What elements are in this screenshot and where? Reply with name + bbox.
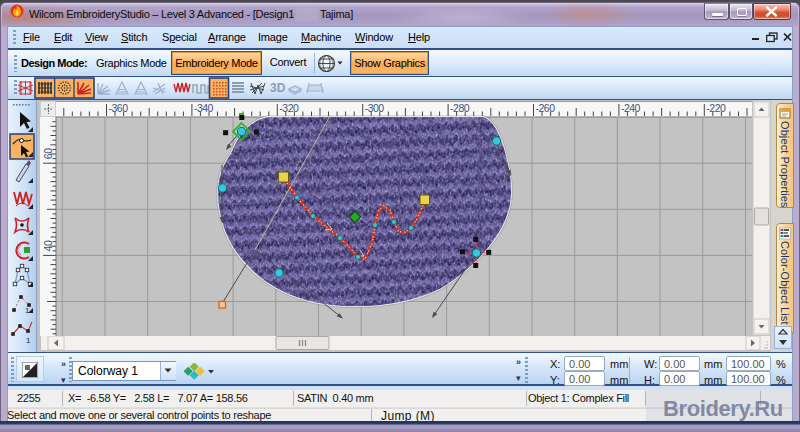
svg-text:-360: -360	[109, 102, 129, 114]
svg-text:1: 1	[26, 336, 31, 345]
svg-text:-220: -220	[706, 102, 726, 114]
svg-text:1: 1	[25, 306, 30, 315]
svg-text:-320: -320	[279, 102, 299, 114]
svg-text:-240: -240	[621, 102, 641, 114]
svg-text:-340: -340	[194, 102, 214, 114]
svg-text:-300: -300	[365, 102, 385, 114]
svg-text:-280: -280	[450, 102, 470, 114]
svg-text:-260: -260	[536, 102, 556, 114]
svg-text:60: 60	[42, 148, 54, 159]
svg-text:40: 40	[42, 240, 54, 251]
svg-text:3D: 3D	[270, 81, 286, 95]
